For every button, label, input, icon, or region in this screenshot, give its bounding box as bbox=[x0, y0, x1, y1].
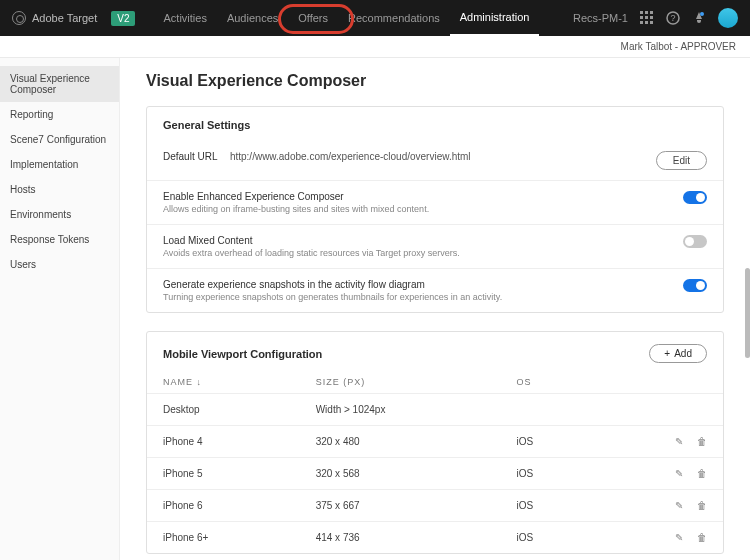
edit-icon[interactable]: ✎ bbox=[675, 468, 683, 479]
svg-rect-1 bbox=[645, 11, 648, 14]
current-user: Mark Talbot - APPROVER bbox=[621, 41, 736, 52]
eec-toggle[interactable] bbox=[683, 191, 707, 204]
svg-rect-6 bbox=[640, 21, 643, 24]
table-row: iPhone 6+414 x 736iOS✎🗑 bbox=[147, 522, 723, 554]
delete-icon[interactable]: 🗑 bbox=[697, 500, 707, 511]
svg-rect-7 bbox=[645, 21, 648, 24]
default-url-label: Default URL bbox=[163, 151, 217, 162]
add-viewport-button[interactable]: +Add bbox=[649, 344, 707, 363]
svg-rect-4 bbox=[645, 16, 648, 19]
svg-rect-8 bbox=[650, 21, 653, 24]
eec-label: Enable Enhanced Experience Composer bbox=[163, 191, 429, 202]
user-bar: Mark Talbot - APPROVER bbox=[0, 36, 750, 58]
edit-icon[interactable]: ✎ bbox=[675, 500, 683, 511]
version-badge: V2 bbox=[111, 11, 135, 26]
table-row: iPhone 4320 x 480iOS✎🗑 bbox=[147, 426, 723, 458]
sort-down-icon: ↓ bbox=[197, 377, 203, 387]
viewport-table: NAME ↓ SIZE (PX) OS DesktopWidth > 1024p… bbox=[147, 369, 723, 553]
svg-rect-2 bbox=[650, 11, 653, 14]
viewport-heading: Mobile Viewport Configuration bbox=[163, 348, 322, 360]
svg-text:?: ? bbox=[670, 13, 675, 23]
side-nav: Visual Experience ComposerReportingScene… bbox=[0, 58, 120, 560]
viewport-card: Mobile Viewport Configuration +Add NAME … bbox=[146, 331, 724, 554]
svg-point-11 bbox=[700, 12, 704, 16]
plus-icon: + bbox=[664, 348, 670, 359]
nav-offers[interactable]: Offers bbox=[288, 0, 338, 36]
delete-icon[interactable]: 🗑 bbox=[697, 468, 707, 479]
svg-rect-3 bbox=[640, 16, 643, 19]
nav-activities[interactable]: Activities bbox=[153, 0, 216, 36]
nav-recommendations[interactable]: Recommendations bbox=[338, 0, 450, 36]
nav-audiences[interactable]: Audiences bbox=[217, 0, 288, 36]
edit-icon[interactable]: ✎ bbox=[675, 532, 683, 543]
product-logo: Adobe Target V2 bbox=[12, 11, 135, 26]
general-settings-card: General Settings Default URL http://www.… bbox=[146, 106, 724, 313]
mixed-sub: Avoids extra overhead of loading static … bbox=[163, 248, 460, 258]
help-icon[interactable]: ? bbox=[666, 11, 680, 25]
notifications-icon[interactable] bbox=[692, 11, 706, 25]
snap-label: Generate experience snapshots in the act… bbox=[163, 279, 502, 290]
delete-icon[interactable]: 🗑 bbox=[697, 436, 707, 447]
table-row: iPhone 6375 x 667iOS✎🗑 bbox=[147, 490, 723, 522]
page-title: Visual Experience Composer bbox=[146, 72, 724, 90]
app-switcher-icon[interactable] bbox=[640, 11, 654, 25]
delete-icon[interactable]: 🗑 bbox=[697, 532, 707, 543]
eec-sub: Allows editing on iframe-busting sites a… bbox=[163, 204, 429, 214]
workspace-name: Recs-PM-1 bbox=[573, 12, 628, 24]
sidenav-item[interactable]: Environments bbox=[0, 202, 119, 227]
general-heading: General Settings bbox=[147, 107, 723, 141]
sidenav-item[interactable]: Scene7 Configuration bbox=[0, 127, 119, 152]
edit-icon[interactable]: ✎ bbox=[675, 436, 683, 447]
edit-url-button[interactable]: Edit bbox=[656, 151, 707, 170]
mixed-toggle[interactable] bbox=[683, 235, 707, 248]
col-os[interactable]: OS bbox=[501, 369, 597, 394]
snap-sub: Turning experience snapshots on generate… bbox=[163, 292, 502, 302]
product-name: Adobe Target bbox=[32, 12, 97, 24]
scrollbar-thumb[interactable] bbox=[745, 268, 750, 358]
default-url-value: http://www.adobe.com/experience-cloud/ov… bbox=[230, 151, 471, 162]
svg-rect-0 bbox=[640, 11, 643, 14]
svg-rect-5 bbox=[650, 16, 653, 19]
mixed-label: Load Mixed Content bbox=[163, 235, 460, 246]
table-row: DesktopWidth > 1024px bbox=[147, 394, 723, 426]
target-logo-icon bbox=[12, 11, 26, 25]
sidenav-item[interactable]: Hosts bbox=[0, 177, 119, 202]
nav-administration[interactable]: Administration bbox=[450, 0, 540, 36]
top-right-tools: Recs-PM-1 ? bbox=[573, 8, 738, 28]
col-size[interactable]: SIZE (PX) bbox=[300, 369, 501, 394]
snap-toggle[interactable] bbox=[683, 279, 707, 292]
top-nav: Adobe Target V2 ActivitiesAudiencesOffer… bbox=[0, 0, 750, 36]
main-content: Visual Experience Composer General Setti… bbox=[120, 58, 750, 560]
sidenav-item[interactable]: Users bbox=[0, 252, 119, 277]
account-avatar[interactable] bbox=[718, 8, 738, 28]
table-row: iPhone 5320 x 568iOS✎🗑 bbox=[147, 458, 723, 490]
sidenav-item[interactable]: Implementation bbox=[0, 152, 119, 177]
col-name[interactable]: NAME ↓ bbox=[147, 369, 300, 394]
sidenav-item[interactable]: Response Tokens bbox=[0, 227, 119, 252]
sidenav-item[interactable]: Reporting bbox=[0, 102, 119, 127]
sidenav-item[interactable]: Visual Experience Composer bbox=[0, 66, 119, 102]
